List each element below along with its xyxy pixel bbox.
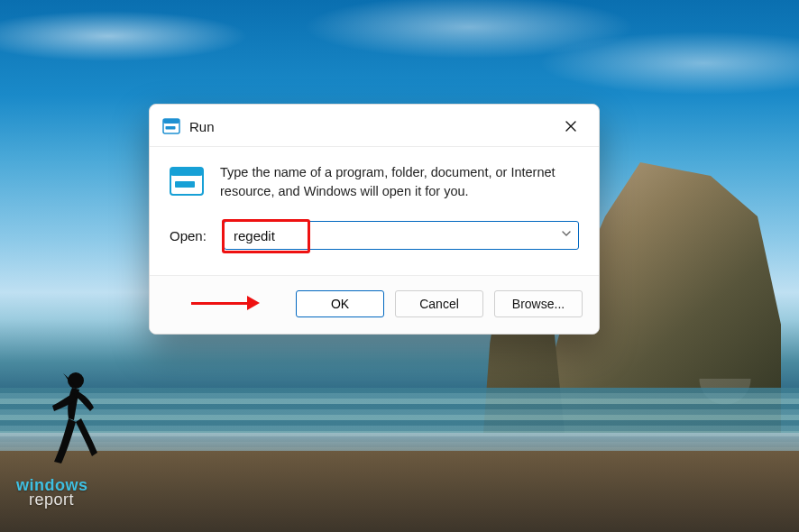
desktop-wallpaper: windows report Run <box>0 0 799 532</box>
annotation-arrow <box>191 296 260 310</box>
wallpaper-shore <box>0 451 799 532</box>
annotation-arrow-shaft <box>191 302 247 305</box>
open-combobox[interactable] <box>224 221 579 250</box>
button-bar: OK Cancel Browse... <box>150 275 599 334</box>
run-icon <box>162 118 180 134</box>
run-dialog: Run Type the name of a program, folder, … <box>149 104 600 335</box>
open-label: Open: <box>170 228 211 243</box>
cancel-button[interactable]: Cancel <box>395 290 483 317</box>
open-row: Open: <box>150 208 599 275</box>
close-icon <box>565 120 577 133</box>
ok-button[interactable]: OK <box>296 290 384 317</box>
titlebar: Run <box>150 105 599 147</box>
run-large-icon <box>170 163 204 201</box>
open-input[interactable] <box>225 228 578 243</box>
dialog-title: Run <box>189 119 215 134</box>
annotation-arrow-head <box>247 296 260 310</box>
svg-rect-3 <box>166 126 176 130</box>
svg-rect-6 <box>175 181 195 188</box>
watermark-windowsreport: windows report <box>16 478 88 507</box>
watermark-line2: report <box>29 492 88 507</box>
wallpaper-runner-silhouette <box>45 370 108 478</box>
close-button[interactable] <box>556 114 586 139</box>
dialog-description: Type the name of a program, folder, docu… <box>220 163 563 201</box>
dialog-body: Type the name of a program, folder, docu… <box>150 147 599 208</box>
titlebar-left: Run <box>162 118 215 134</box>
svg-rect-5 <box>170 168 203 176</box>
svg-rect-2 <box>163 119 179 124</box>
browse-button[interactable]: Browse... <box>494 290 583 317</box>
